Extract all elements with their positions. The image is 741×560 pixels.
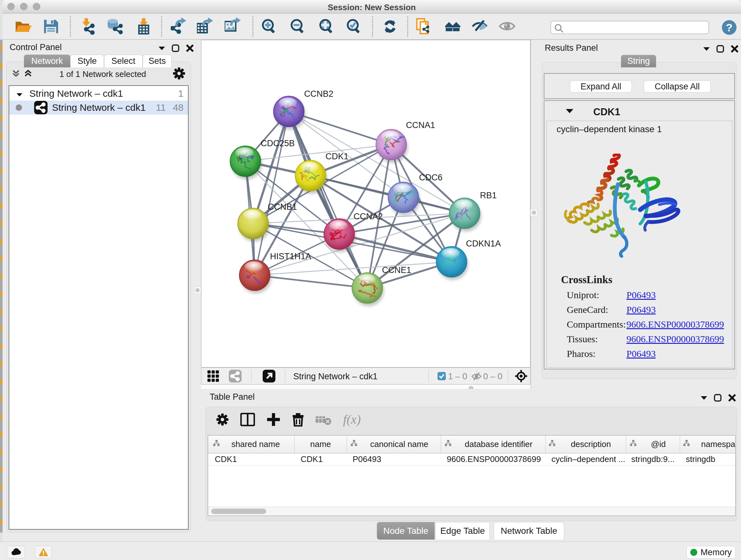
svg-text:CDK1: CDK1 [326, 152, 348, 161]
svg-text:CDC25B: CDC25B [261, 138, 295, 148]
svg-text:RB1: RB1 [480, 191, 497, 200]
svg-text:CDKN1A: CDKN1A [466, 239, 501, 248]
svg-text:CCNB2: CCNB2 [304, 89, 333, 99]
svg-text:CCNA2: CCNA2 [354, 212, 383, 221]
svg-text:HIST1H1A: HIST1H1A [270, 252, 311, 261]
svg-text:CDC6: CDC6 [419, 173, 443, 182]
svg-text:CCNE1: CCNE1 [382, 265, 411, 275]
svg-text:CCNB1: CCNB1 [268, 202, 297, 212]
svg-text:CCNA1: CCNA1 [406, 120, 435, 130]
